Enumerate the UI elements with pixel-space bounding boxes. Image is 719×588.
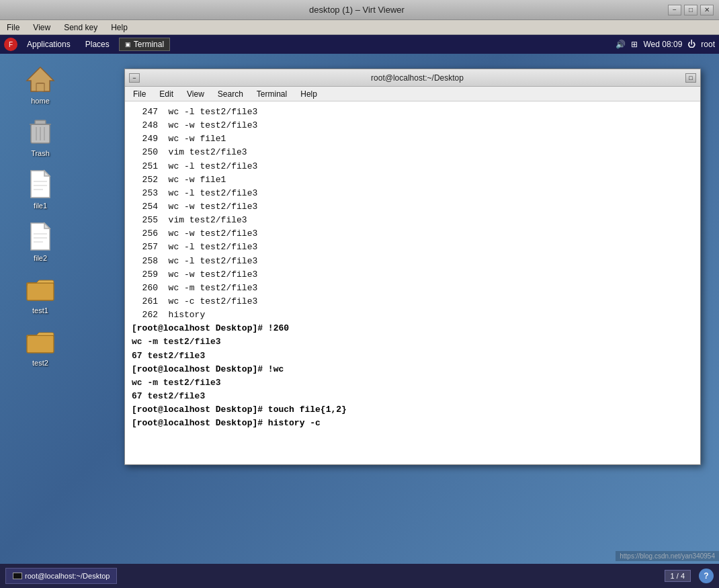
terminal-line: 250 vim test2/file3: [132, 146, 693, 159]
term-menu-terminal[interactable]: Terminal: [251, 88, 292, 100]
test1-folder-icon: [24, 273, 56, 305]
terminal-line: [root@localhost Desktop]# !260: [132, 322, 693, 335]
menu-send-key[interactable]: Send key: [60, 22, 101, 34]
terminal-line: 257 wc -l test2/file3: [132, 241, 693, 254]
svg-rect-1: [36, 83, 44, 91]
system-tray: 🔊 ⊞ Wed 08:09 ⏻ root: [616, 40, 715, 49]
file1-icon: [24, 168, 56, 200]
applications-menu[interactable]: Applications: [22, 38, 76, 50]
desktop-icon-test2[interactable]: test2: [13, 323, 67, 370]
file1-icon-label: file1: [34, 202, 47, 210]
term-window-buttons: □: [685, 73, 696, 83]
terminal-line: 251 wc -l test2/file3: [132, 160, 693, 173]
terminal-icon: ▣: [125, 41, 131, 48]
desktop-icon-trash[interactable]: Trash: [13, 113, 67, 160]
test1-folder-label: test1: [32, 306, 48, 314]
home-icon: [24, 63, 56, 95]
term-menu-edit[interactable]: Edit: [154, 88, 179, 100]
term-minimize-btn[interactable]: −: [129, 73, 140, 83]
menu-file[interactable]: File: [3, 22, 24, 34]
terminal-label: Terminal: [134, 40, 164, 49]
svg-marker-9: [44, 171, 50, 176]
terminal-window: − root@localhost:~/Desktop □ File Edit V…: [124, 69, 701, 465]
desktop-icon-home[interactable]: home: [13, 60, 67, 108]
term-maximize-btn[interactable]: □: [685, 73, 696, 83]
terminal-line: 252 wc -w file1: [132, 173, 693, 187]
term-menu-help[interactable]: Help: [295, 88, 323, 100]
desktop-icon-test1[interactable]: test1: [13, 270, 67, 317]
page-indicator: 1 / 4: [665, 570, 691, 582]
desktop-icon-file2[interactable]: file2: [13, 218, 67, 265]
terminal-line: 248 wc -w test2/file3: [132, 119, 693, 132]
svg-rect-18: [27, 283, 54, 300]
desktop: home Trash: [0, 54, 719, 588]
terminal-line: 261 wc -c test2/file3: [132, 295, 693, 308]
terminal-line: 247 wc -l test2/file3: [132, 106, 693, 119]
test2-folder-label: test2: [32, 359, 48, 367]
clock: Wed 08:09: [643, 40, 682, 49]
taskbar-right: 1 / 4 ?: [665, 569, 714, 583]
system-bar: F Applications Places ▣ Terminal 🔊 ⊞ Wed…: [0, 35, 719, 54]
terminal-menu-bar: File Edit View Search Terminal Help: [125, 87, 700, 101]
terminal-line: wc -m test2/file3: [132, 376, 693, 390]
terminal-content[interactable]: 247 wc -l test2/file3 248 wc -w test2/fi…: [125, 101, 700, 464]
menu-help[interactable]: Help: [107, 22, 132, 34]
term-menu-file[interactable]: File: [128, 88, 151, 100]
desktop-icons: home Trash: [13, 60, 67, 370]
terminal-line: 249 wc -w file1: [132, 132, 693, 146]
terminal-line: 258 wc -l test2/file3: [132, 255, 693, 268]
close-button[interactable]: ✕: [700, 5, 714, 15]
file2-icon: [24, 220, 56, 253]
terminal-line: 259 wc -w test2/file3: [132, 268, 693, 282]
terminal-taskbar-button[interactable]: ▣ Terminal: [119, 38, 170, 51]
test2-folder-icon: [24, 325, 56, 358]
term-menu-search[interactable]: Search: [212, 88, 249, 100]
terminal-line: [root@localhost Desktop]# !wc: [132, 363, 693, 376]
terminal-line: 254 wc -w test2/file3: [132, 200, 693, 214]
desktop-icon-file1[interactable]: file1: [13, 165, 67, 212]
taskbar-terminal-label: root@localhost:~/Desktop: [25, 572, 110, 580]
terminal-line: 67 test2/file3: [132, 390, 693, 403]
svg-rect-19: [27, 335, 54, 353]
terminal-line: 253 wc -l test2/file3: [132, 187, 693, 200]
taskbar-terminal-button[interactable]: root@localhost:~/Desktop: [5, 568, 117, 584]
watermark: https://blog.csdn.net/yan340954: [616, 551, 719, 561]
trash-icon-label: Trash: [31, 149, 50, 157]
maximize-button[interactable]: □: [684, 5, 697, 15]
terminal-line: 262 history: [132, 308, 693, 322]
terminal-line: 67 test2/file3: [132, 349, 693, 363]
trash-icon: [24, 116, 56, 148]
terminal-line: 256 wc -w test2/file3: [132, 227, 693, 241]
display-icon[interactable]: ⊞: [631, 40, 638, 49]
user-label: root: [701, 40, 715, 49]
terminal-line: 255 vim test2/file3: [132, 214, 693, 227]
svg-marker-14: [44, 223, 50, 228]
term-menu-view[interactable]: View: [181, 88, 210, 100]
power-icon[interactable]: ⏻: [687, 40, 695, 49]
terminal-title: root@localhost:~/Desktop: [149, 73, 685, 83]
sound-icon[interactable]: 🔊: [616, 40, 626, 49]
virt-viewer-menu-bar: File View Send key Help: [0, 20, 719, 35]
virt-viewer-window: desktop (1) – Virt Viewer − □ ✕ File Vie…: [0, 0, 719, 588]
svg-rect-3: [35, 120, 46, 124]
title-bar: desktop (1) – Virt Viewer − □ ✕: [0, 0, 719, 20]
taskbar-terminal-icon: [13, 573, 22, 579]
places-menu[interactable]: Places: [80, 38, 115, 50]
help-button[interactable]: ?: [699, 569, 714, 583]
minimize-button[interactable]: −: [668, 5, 681, 15]
menu-view[interactable]: View: [29, 22, 54, 34]
file2-icon-label: file2: [34, 254, 47, 262]
taskbar: root@localhost:~/Desktop 1 / 4 ?: [0, 564, 719, 588]
terminal-title-bar: − root@localhost:~/Desktop □: [125, 69, 700, 87]
terminal-line: 260 wc -m test2/file3: [132, 282, 693, 295]
window-controls: − □ ✕: [668, 5, 714, 15]
fedora-logo: F: [4, 38, 17, 51]
home-icon-label: home: [31, 97, 50, 105]
terminal-line: [root@localhost Desktop]# history -c: [132, 417, 693, 430]
terminal-line: [root@localhost Desktop]# touch file{1,2…: [132, 403, 693, 417]
window-title: desktop (1) – Virt Viewer: [46, 5, 668, 15]
terminal-line: wc -m test2/file3: [132, 335, 693, 349]
